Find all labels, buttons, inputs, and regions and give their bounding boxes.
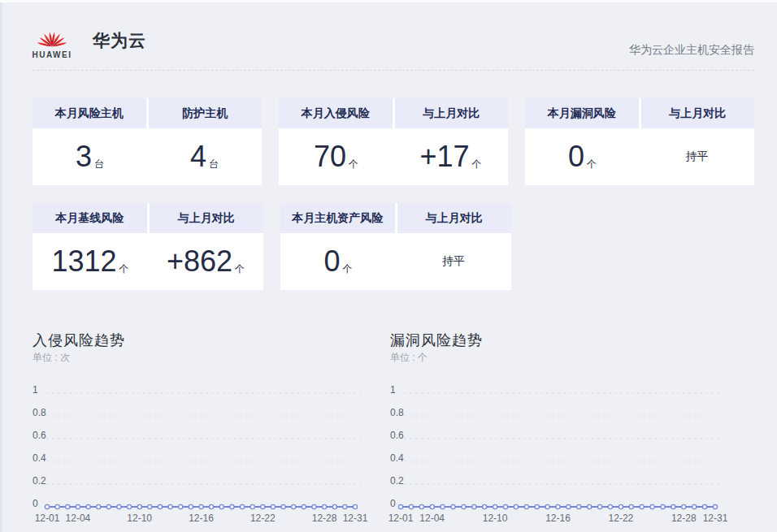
svg-text:12-28: 12-28: [671, 513, 697, 524]
line-chart: 10.80.60.40.2012-0112-0412-1012-1612-221…: [33, 378, 382, 530]
vulnerability-trend-chart: 漏洞风险趋势 单位 : 个 10.80.60.40.2012-0112-0412…: [390, 331, 728, 530]
window-top-edge: [0, 0, 777, 2]
chart-title: 入侵风险趋势: [33, 331, 390, 350]
svg-text:0.4: 0.4: [390, 452, 404, 464]
card-value: 3台: [33, 128, 147, 185]
card-value: 0个: [280, 233, 396, 290]
card-value: 持平: [396, 233, 511, 290]
svg-text:0.8: 0.8: [33, 407, 46, 418]
intrusion-trend-chart: 入侵风险趋势 单位 : 次 10.80.60.40.2012-0112-0412…: [33, 331, 390, 530]
svg-text:0.2: 0.2: [390, 475, 404, 487]
card-column-label: 与上月对比: [641, 98, 755, 128]
line-chart: 10.80.60.40.2012-0112-0412-1012-1612-221…: [390, 378, 725, 530]
card-column-label: 本月主机资产风险: [280, 203, 397, 233]
trend-charts: 入侵风险趋势 单位 : 次 10.80.60.40.2012-0112-0412…: [33, 331, 754, 530]
card-value: +862个: [148, 233, 263, 290]
report-title: 华为云企业主机安全报告: [629, 43, 754, 59]
svg-text:0.6: 0.6: [33, 430, 46, 441]
chart-title: 漏洞风险趋势: [390, 331, 728, 350]
card-column-label: 本月漏洞风险: [525, 98, 641, 128]
svg-text:0: 0: [390, 498, 396, 509]
svg-text:12-10: 12-10: [483, 513, 508, 524]
card-column-label: 本月入侵风险: [279, 98, 395, 128]
card-vulnerability-risk: 本月漏洞风险 与上月对比 0个 持平: [525, 98, 754, 185]
svg-text:12-01: 12-01: [388, 513, 414, 524]
svg-text:12-31: 12-31: [703, 513, 728, 524]
svg-text:0: 0: [33, 498, 38, 509]
svg-text:1: 1: [390, 384, 396, 396]
card-column-label: 防护主机: [149, 98, 263, 128]
svg-text:12-22: 12-22: [609, 513, 634, 524]
page-title: 华为云: [93, 29, 146, 52]
card-value: 持平: [640, 128, 754, 185]
card-column-label: 本月基线风险: [33, 203, 150, 233]
security-report-page: HUAWEI 华为云 华为云企业主机安全报告 本月风险主机 防护主机 3台 4台…: [0, 0, 777, 530]
svg-text:12-04: 12-04: [66, 513, 91, 524]
stat-cards: 本月风险主机 防护主机 3台 4台 本月入侵风险 与上月对比 70个 +17个: [33, 98, 754, 290]
svg-text:12-16: 12-16: [545, 513, 571, 524]
report-header: HUAWEI 华为云 华为云企业主机安全报告: [33, 21, 754, 59]
svg-text:0.8: 0.8: [390, 407, 404, 418]
card-column-label: 与上月对比: [150, 203, 264, 233]
svg-text:0.2: 0.2: [33, 475, 46, 487]
window-left-edge: [0, 2, 2, 532]
card-column-label: 与上月对比: [395, 98, 509, 128]
card-row-2: 本月基线风险 与上月对比 1312个 +862个 本月主机资产风险 与上月对比 …: [33, 203, 754, 290]
svg-text:12-16: 12-16: [189, 513, 214, 524]
chart-unit-label: 单位 : 次: [33, 351, 390, 365]
huawei-wordmark: HUAWEI: [33, 50, 72, 59]
card-row-1: 本月风险主机 防护主机 3台 4台 本月入侵风险 与上月对比 70个 +17个: [33, 98, 754, 185]
svg-text:12-31: 12-31: [343, 513, 368, 524]
svg-text:12-01: 12-01: [35, 513, 60, 524]
svg-text:0.6: 0.6: [390, 430, 404, 441]
card-baseline-risk: 本月基线风险 与上月对比 1312个 +862个: [33, 203, 263, 290]
svg-text:12-04: 12-04: [419, 513, 445, 524]
svg-text:12-28: 12-28: [312, 513, 337, 524]
card-value: 4台: [147, 128, 262, 185]
card-value: 1312个: [33, 233, 148, 290]
svg-text:12-10: 12-10: [127, 513, 152, 524]
card-value: 70个: [279, 128, 393, 185]
card-intrusion-risk: 本月入侵风险 与上月对比 70个 +17个: [279, 98, 508, 185]
header-divider: [33, 70, 754, 71]
chart-unit-label: 单位 : 个: [390, 351, 728, 365]
svg-text:12-22: 12-22: [250, 513, 276, 524]
card-column-label: 与上月对比: [397, 203, 512, 233]
card-risk-hosts: 本月风险主机 防护主机 3台 4台: [33, 98, 262, 185]
svg-text:0.4: 0.4: [33, 452, 46, 464]
card-column-label: 本月风险主机: [33, 98, 149, 128]
card-value: +17个: [393, 128, 508, 185]
huawei-logo: HUAWEI: [33, 21, 72, 59]
card-asset-risk: 本月主机资产风险 与上月对比 0个 持平: [280, 203, 511, 290]
huawei-flower-icon: [35, 21, 69, 49]
svg-text:1: 1: [33, 384, 38, 396]
card-value: 0个: [525, 128, 640, 185]
